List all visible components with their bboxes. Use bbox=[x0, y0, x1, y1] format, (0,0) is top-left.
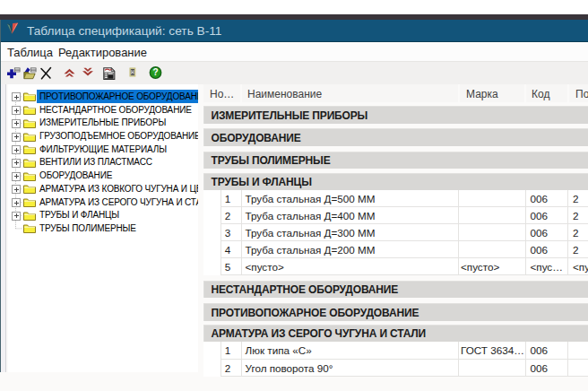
svg-text:?: ? bbox=[152, 67, 158, 77]
